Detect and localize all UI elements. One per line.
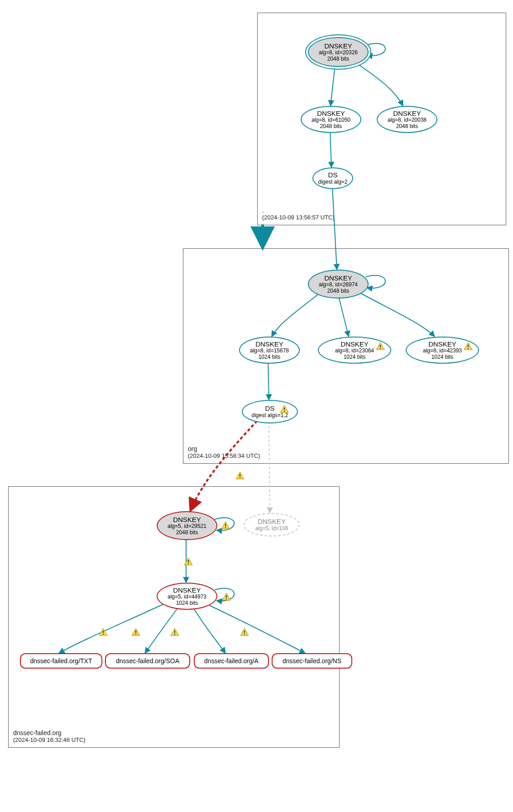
svg-rect-20 — [240, 474, 240, 476]
zone-df-name: dnssec-failed.org — [13, 729, 86, 737]
rrset-a[interactable]: dnssec-failed.org/A — [194, 653, 269, 669]
svg-rect-8 — [188, 560, 189, 562]
warning-icon — [240, 628, 249, 636]
node-title: DNSKEY — [324, 42, 352, 50]
svg-rect-4 — [284, 408, 285, 410]
svg-rect-12 — [103, 631, 104, 633]
root-dnskey-zsk1[interactable]: DNSKEY alg=8, id=61050 2048 bits — [301, 106, 361, 133]
zone-root-name: . — [262, 207, 335, 214]
rrset-ns[interactable]: dnssec-failed.org/NS — [272, 653, 352, 669]
svg-rect-21 — [240, 477, 240, 478]
svg-rect-9 — [188, 563, 189, 564]
svg-rect-16 — [174, 631, 175, 633]
rrset-soa[interactable]: dnssec-failed.org/SOA — [105, 653, 190, 669]
zone-org-name: org — [188, 445, 260, 453]
zone-org-ts: (2024-10-09 15:58:34 UTC) — [188, 452, 260, 460]
svg-rect-1 — [380, 348, 381, 349]
org-dnskey-zsk3[interactable]: DNSKEY alg=8, id=42393 1024 bits — [406, 337, 479, 364]
svg-rect-3 — [468, 348, 469, 349]
svg-rect-15 — [135, 634, 136, 635]
df-dnskey-missing[interactable]: DNSKEY alg=5, id=106 — [244, 513, 300, 537]
org-dnskey-zsk2[interactable]: DNSKEY alg=8, id=23064 1024 bits — [318, 337, 391, 364]
svg-rect-11 — [226, 598, 227, 599]
zone-df-ts: (2024-10-09 16:32:48 UTC) — [13, 736, 86, 744]
svg-rect-14 — [135, 631, 136, 633]
warning-icon — [131, 628, 140, 636]
warning-icon — [376, 342, 385, 350]
svg-rect-17 — [174, 634, 175, 635]
svg-rect-0 — [380, 345, 381, 347]
svg-rect-13 — [103, 634, 104, 635]
org-ds[interactable]: DS digest algs=1,2 — [242, 400, 298, 423]
svg-rect-6 — [225, 524, 226, 526]
svg-rect-7 — [225, 527, 226, 528]
root-ds[interactable]: DS digest alg=2 — [312, 167, 353, 189]
zone-root-ts: (2024-10-09 13:56:57 UTC) — [262, 214, 335, 221]
warning-icon — [280, 405, 289, 413]
df-dnskey-zsk[interactable]: DNSKEY alg=5, id=44973 1024 bits — [157, 583, 217, 610]
warning-icon — [235, 471, 245, 480]
warning-icon — [222, 593, 231, 601]
svg-rect-18 — [244, 631, 245, 633]
node-sub2: 2048 bits — [327, 56, 350, 62]
svg-rect-5 — [284, 411, 285, 412]
warning-icon — [221, 521, 230, 529]
df-dnskey-ksk[interactable]: DNSKEY alg=5, id=29521 2048 bits — [157, 511, 217, 540]
svg-rect-2 — [468, 345, 469, 347]
warning-icon — [170, 628, 179, 636]
org-dnskey-ksk[interactable]: DNSKEY alg=8, id=26974 2048 bits — [308, 270, 369, 299]
org-dnskey-zsk1[interactable]: DNSKEY alg=8, id=15678 1024 bits — [239, 337, 300, 364]
warning-icon — [184, 557, 193, 565]
warning-icon — [464, 342, 473, 350]
warning-icon — [99, 628, 108, 636]
rrset-txt[interactable]: dnssec-failed.org/TXT — [20, 653, 102, 669]
node-sub1: alg=8, id=20326 — [319, 50, 358, 56]
root-dnskey-ksk[interactable]: DNSKEY alg=8, id=20326 2048 bits — [308, 37, 369, 67]
root-dnskey-zsk2[interactable]: DNSKEY alg=8, id=20038 2048 bits — [377, 106, 437, 133]
svg-rect-10 — [226, 595, 227, 598]
svg-rect-19 — [244, 634, 245, 635]
